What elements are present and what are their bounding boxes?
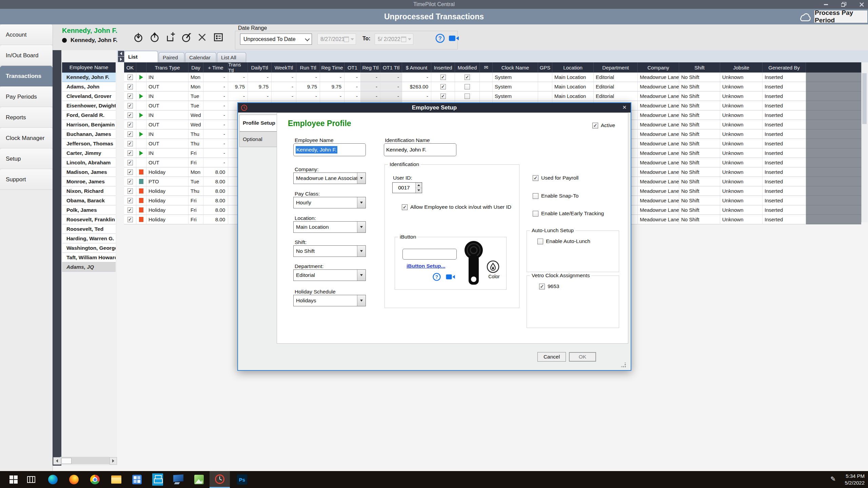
- column-header[interactable]: Company: [638, 62, 679, 73]
- employee-list-item[interactable]: Lincoln, Abraham: [62, 158, 116, 167]
- hscroll-left-icon[interactable]: [53, 457, 61, 465]
- file-explorer-icon[interactable]: [106, 471, 126, 488]
- holiday-schedule-select[interactable]: Holidays: [293, 295, 366, 306]
- color-button[interactable]: [486, 260, 500, 274]
- restore-icon[interactable]: [841, 2, 847, 7]
- employee-list-item[interactable]: Adams, John: [62, 82, 116, 92]
- camera-icon[interactable]: [446, 274, 455, 280]
- row-checkbox[interactable]: ✓: [127, 113, 133, 118]
- column-header[interactable]: Clock Name: [493, 62, 538, 73]
- employee-list-item[interactable]: Madison, James: [62, 167, 116, 177]
- timepilot-icon[interactable]: [210, 471, 230, 488]
- tab-scroll-left-icon[interactable]: [118, 51, 124, 56]
- column-header[interactable]: WeekTtl: [272, 62, 296, 73]
- employee-list-item[interactable]: Ford, Gerald R.: [62, 110, 116, 120]
- employee-list-item[interactable]: Roosevelt, Ted: [62, 224, 116, 234]
- transaction-list-icon[interactable]: [213, 32, 224, 43]
- row-checkbox[interactable]: ✓: [127, 160, 133, 165]
- sidebar-item-in-out-board[interactable]: In/Out Board: [0, 45, 53, 66]
- tab-optional[interactable]: Optional: [239, 131, 277, 147]
- employee-list-item[interactable]: Monroe, James: [62, 177, 116, 186]
- tab-scroll-right-icon[interactable]: [118, 57, 124, 62]
- row-checkbox[interactable]: ✓: [127, 150, 133, 156]
- sidebar-item-pay-periods[interactable]: Pay Periods: [0, 86, 53, 107]
- checkbox-icon[interactable]: ✓: [533, 175, 538, 181]
- column-header[interactable]: Reg Time: [320, 62, 344, 73]
- employee-list-item[interactable]: Obama, Barack: [62, 196, 116, 205]
- cloud-icon[interactable]: [797, 12, 812, 22]
- checkbox-icon[interactable]: ✓: [402, 204, 408, 210]
- column-header[interactable]: OT1 Ttl: [380, 62, 402, 73]
- employee-name-field[interactable]: Kennedy, John F.: [293, 143, 366, 156]
- date-range-preset-select[interactable]: Unprocessed To Date: [240, 34, 312, 45]
- chrome-icon[interactable]: [85, 471, 105, 488]
- row-checkbox[interactable]: ✓: [440, 84, 446, 89]
- tab-list-all[interactable]: List All: [217, 52, 246, 62]
- column-header[interactable]: [136, 62, 146, 73]
- dropdown-arrow-icon[interactable]: [357, 270, 366, 281]
- hscroll-right-icon[interactable]: [110, 457, 117, 465]
- column-header[interactable]: Reg Ttl: [361, 62, 380, 73]
- row-checkbox[interactable]: ✓: [127, 188, 133, 194]
- location-select[interactable]: Main Location: [293, 221, 366, 233]
- column-header[interactable]: Shift: [679, 62, 720, 73]
- row-checkbox[interactable]: ✓: [127, 75, 133, 80]
- employee-list-item[interactable]: Nixon, Richard: [62, 186, 116, 196]
- vetro-clock-checkbox[interactable]: ✓ 9653: [539, 283, 559, 289]
- employee-list-item[interactable]: Buchanan, James: [62, 129, 116, 139]
- dropdown-arrow-icon[interactable]: [357, 173, 366, 184]
- table-vscrollbar[interactable]: [861, 62, 868, 222]
- row-checkbox[interactable]: ✓: [440, 75, 446, 80]
- sidebar-item-transactions[interactable]: Transactions: [0, 66, 53, 86]
- taskbar-clock[interactable]: 5:34 PM 5/2/2022: [845, 473, 865, 486]
- column-header[interactable]: DailyTtl: [248, 62, 272, 73]
- user-id-stepper[interactable]: 0017: [392, 182, 422, 193]
- employee-list-item[interactable]: Washington, George: [62, 243, 116, 253]
- identification-name-field[interactable]: Kennedy, John F.: [384, 143, 456, 156]
- fax-icon[interactable]: [147, 471, 168, 488]
- row-checkbox[interactable]: ✓: [440, 94, 446, 99]
- active-checkbox[interactable]: ✓ Active: [592, 122, 615, 128]
- tab-profile-setup[interactable]: Profile Setup: [239, 115, 277, 131]
- company-select[interactable]: Meadowrue Lane Associates: [293, 172, 366, 184]
- table-vscroll-thumb[interactable]: [862, 73, 867, 124]
- column-header[interactable]: Trans Type: [146, 62, 189, 73]
- clock-in-icon[interactable]: [133, 32, 144, 43]
- sidebar-item-account[interactable]: Account: [0, 24, 53, 45]
- employee-list-item[interactable]: Roosevelt, Franklin: [62, 215, 116, 224]
- edge-icon[interactable]: [43, 471, 63, 488]
- resize-grip[interactable]: [621, 363, 626, 367]
- shift-select[interactable]: No Shift: [293, 245, 366, 257]
- close-icon[interactable]: [859, 2, 865, 7]
- tab-calendar[interactable]: Calendar: [185, 52, 216, 62]
- column-header[interactable]: ✉: [480, 62, 493, 73]
- sidebar-item-setup[interactable]: Setup: [0, 148, 53, 169]
- sidebar-item-support[interactable]: Support: [0, 169, 53, 190]
- enable-late-early-tracking-checkbox[interactable]: Enable Late/Early Tracking: [533, 210, 604, 217]
- photos-icon[interactable]: 4: [189, 471, 209, 488]
- table-row[interactable]: ✓INMon----------✓✓SystemMain LocationEdi…: [124, 73, 861, 82]
- enable-snap-to-checkbox[interactable]: Enable Snap-To: [533, 193, 578, 199]
- tab-list[interactable]: List: [124, 51, 158, 62]
- date-to-input[interactable]: 5/ 2/2022: [375, 34, 413, 45]
- stepper-down-icon[interactable]: [416, 188, 422, 193]
- checkbox-icon[interactable]: [533, 211, 538, 217]
- row-checkbox[interactable]: ✓: [127, 217, 133, 222]
- firefox-icon[interactable]: [64, 471, 84, 488]
- dropdown-arrow-icon[interactable]: [357, 197, 366, 208]
- cancel-button[interactable]: Cancel: [537, 352, 566, 362]
- row-checkbox[interactable]: ✓: [127, 169, 133, 175]
- tab-paired[interactable]: Paired: [159, 52, 184, 62]
- used-for-payroll-checkbox[interactable]: ✓Used for Payroll: [533, 175, 578, 181]
- row-checkbox[interactable]: [465, 84, 470, 89]
- camera-icon[interactable]: [449, 35, 459, 42]
- employee-list-item[interactable]: Adams, JQ: [62, 262, 116, 272]
- help-icon[interactable]: ?: [435, 33, 445, 43]
- column-header[interactable]: OT1: [344, 62, 361, 73]
- column-header[interactable]: Modified: [455, 62, 480, 73]
- employee-list-item[interactable]: Polk, James: [62, 205, 116, 215]
- sidebar-item-clock-manager[interactable]: Clock Manager: [0, 128, 53, 148]
- table-row[interactable]: ✓INTue----------✓SystemMain LocationEdit…: [124, 92, 861, 101]
- photoshop-icon[interactable]: Ps: [232, 471, 252, 488]
- checkbox-icon[interactable]: [533, 193, 538, 199]
